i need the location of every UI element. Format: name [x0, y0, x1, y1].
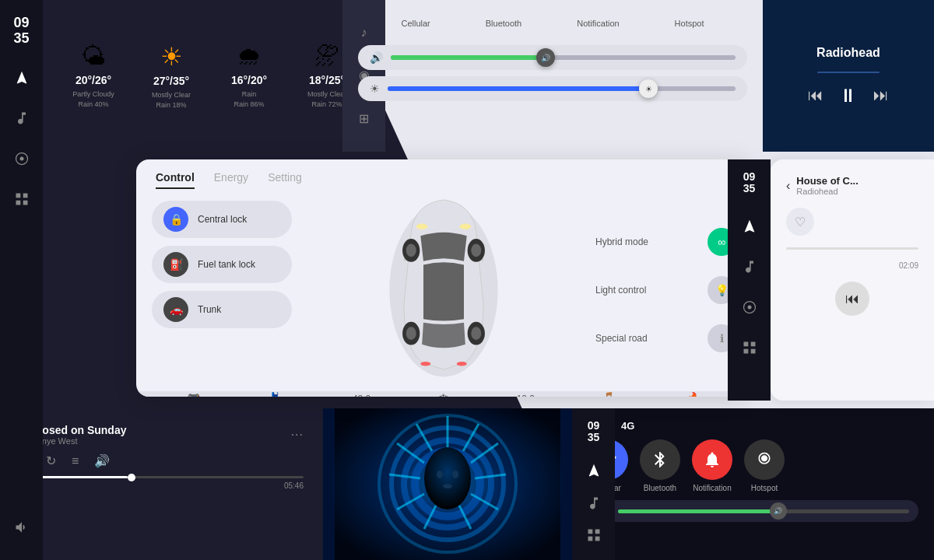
- connectivity-slider-fill: [618, 509, 778, 513]
- volume-button[interactable]: 🔊: [94, 453, 110, 468]
- right-sidebar-clock: 09 35: [743, 171, 756, 195]
- car-control-panel: Control Energy Setting 🔒 Central lock ⛽ …: [136, 159, 751, 397]
- notification-label: Notification: [693, 484, 731, 492]
- fan-item[interactable]: ❄: [438, 391, 448, 397]
- right-music-icon[interactable]: [736, 253, 764, 281]
- bottom-mid-clock: 09 35: [588, 420, 600, 444]
- central-lock-item[interactable]: 🔒 Central lock: [152, 201, 292, 238]
- ctrl-cellular-label: Cellular: [401, 19, 430, 28]
- music-right-artist: Radiohead: [796, 187, 918, 196]
- music-song-artist: Kanye West: [31, 436, 283, 446]
- weather-desc-4: Mostly ClearRain 72%: [307, 89, 346, 109]
- hotspot-button[interactable]: Hotspot: [744, 439, 785, 492]
- bm-grid-icon[interactable]: [580, 526, 608, 545]
- volume-thumb[interactable]: 🔊: [536, 48, 555, 67]
- svg-point-20: [747, 305, 751, 309]
- svg-point-43: [452, 471, 458, 478]
- svg-point-12: [406, 327, 416, 340]
- svg-point-42: [437, 471, 443, 478]
- fuel-tank-item[interactable]: ⛽ Fuel tank lock: [152, 246, 292, 283]
- special-road-label: Special road: [595, 333, 648, 344]
- music-right-back-button[interactable]: ‹: [786, 179, 790, 193]
- music-right-panel: ‹ House of C... Radiohead ♡ 02:09 ⏮: [771, 159, 934, 401]
- volume-icon: 🔊: [370, 51, 383, 64]
- svg-point-16: [459, 224, 471, 229]
- notification-button[interactable]: Notification: [692, 439, 732, 492]
- svg-rect-3: [23, 193, 27, 198]
- speed1-value: 48.0: [353, 394, 370, 397]
- seat-item[interactable]: 💺: [269, 391, 285, 397]
- weather-icon-3: 🌧: [237, 42, 262, 71]
- volume-slider-row[interactable]: 🔊 🔊: [358, 45, 747, 70]
- prev-button-top[interactable]: ⏮: [808, 86, 823, 104]
- repeat-button[interactable]: ↻: [46, 453, 56, 468]
- album-art: [323, 408, 572, 560]
- music-more-button[interactable]: ···: [291, 428, 304, 442]
- svg-rect-24: [750, 348, 755, 353]
- bluetooth-button[interactable]: Bluetooth: [640, 439, 680, 492]
- hybrid-mode-item: Hybrid mode ∞: [595, 222, 736, 262]
- hotspot-label: Hotspot: [751, 484, 778, 492]
- right-nav-icon[interactable]: [736, 212, 764, 240]
- music-progress-track[interactable]: [19, 476, 304, 478]
- next-button-top[interactable]: ⏭: [873, 86, 889, 104]
- trunk-item[interactable]: 🚗 Trunk: [152, 291, 292, 328]
- svg-rect-23: [743, 348, 748, 353]
- brightness-track[interactable]: ☀: [388, 86, 736, 91]
- steering-item[interactable]: 🎮: [186, 391, 202, 397]
- brightness-thumb[interactable]: ☀: [639, 79, 658, 98]
- music-left-top: ‹ Closed on Sunday Kanye West ···: [19, 424, 304, 446]
- music-song-title: Closed on Sunday: [31, 424, 283, 436]
- music-right-title: House of C...: [796, 175, 918, 187]
- svg-rect-21: [743, 341, 748, 346]
- music-progress-thumb[interactable]: [128, 474, 135, 481]
- pause-button-top[interactable]: ⏸: [839, 85, 858, 107]
- central-lock-label: Central lock: [198, 214, 247, 225]
- svg-point-8: [406, 244, 416, 257]
- bm-nav-icon[interactable]: [580, 461, 608, 481]
- tab-energy[interactable]: Energy: [214, 171, 248, 189]
- sidebar-nav-icon[interactable]: [8, 64, 36, 92]
- connectivity-slider-row[interactable]: 🔊 🔊: [588, 500, 918, 522]
- weather-desc-2: Mostly ClearRain 18%: [152, 90, 191, 110]
- tab-control[interactable]: Control: [156, 171, 195, 189]
- speed2-value: 18.0: [517, 394, 535, 397]
- svg-point-10: [471, 244, 481, 257]
- weather-city-2: ☀ 27°/35° Mostly ClearRain 18%: [140, 42, 202, 110]
- music-action-icons: ♡ ↻ ≡ 🔊: [19, 453, 304, 468]
- special-road-item: Special road ℹ: [595, 318, 736, 359]
- car-right-controls: Hybrid mode ∞ Light control 💡 Special ro…: [580, 189, 751, 391]
- network-type: 4G: [621, 420, 634, 432]
- connectivity-slider-track[interactable]: 🔊: [618, 509, 909, 513]
- svg-rect-45: [588, 530, 592, 534]
- sidebar-grid-icon[interactable]: [8, 185, 36, 213]
- total-time: 05:46: [284, 481, 304, 490]
- weather-icon-2: ☀: [160, 42, 183, 72]
- sidebar-volume-icon[interactable]: [8, 513, 36, 541]
- playlist-button[interactable]: ≡: [72, 454, 79, 468]
- volume-track[interactable]: 🔊: [391, 55, 736, 60]
- seat2-item[interactable]: 🪑: [602, 391, 618, 397]
- tab-setting[interactable]: Setting: [268, 171, 302, 189]
- weather-temp-1: 20°/26°: [75, 74, 111, 86]
- brightness-fill: [388, 86, 648, 91]
- right-disk-icon[interactable]: [736, 293, 764, 321]
- right-grid-icon[interactable]: [736, 334, 764, 362]
- svg-rect-47: [588, 537, 592, 541]
- bm-music-icon[interactable]: [580, 493, 608, 513]
- trunk-label: Trunk: [198, 304, 221, 315]
- svg-point-18: [457, 362, 467, 366]
- brightness-slider-row[interactable]: ☀ ☀: [358, 76, 747, 101]
- sidebar-music-icon[interactable]: [8, 104, 36, 132]
- connectivity-slider-thumb[interactable]: 🔊: [770, 502, 787, 520]
- heat-item[interactable]: 🔥: [686, 391, 701, 397]
- sidebar-disk-icon[interactable]: [8, 145, 36, 173]
- music-progress: 02:09 05:46: [19, 476, 304, 490]
- speed2-item: 18.0: [517, 394, 535, 397]
- weather-desc-3: RainRain 86%: [234, 89, 264, 109]
- brightness-icon: ☀: [370, 82, 380, 95]
- car-body: 🔒 Central lock ⛽ Fuel tank lock 🚗 Trunk: [136, 189, 751, 391]
- music-right-heart-button[interactable]: ♡: [786, 208, 814, 236]
- music-top-right-title: Radiohead: [816, 46, 880, 60]
- music-right-prev-button[interactable]: ⏮: [835, 282, 869, 316]
